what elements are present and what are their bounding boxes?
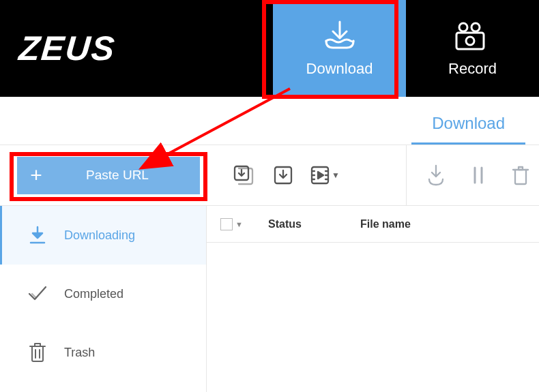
toolbar-icons-right: [406, 145, 539, 205]
toolbar: + Paste URL ▼: [0, 145, 539, 206]
paste-url-label: Paste URL: [55, 168, 200, 183]
subheader: Download: [0, 97, 539, 145]
select-all-checkbox[interactable]: [220, 218, 233, 230]
download-arrow-icon: [27, 225, 48, 245]
chevron-down-icon[interactable]: ▼: [235, 220, 243, 228]
sidebar-item-label: Completed: [64, 287, 123, 301]
sidebar-item-trash[interactable]: Trash: [0, 323, 206, 382]
svg-marker-16: [318, 172, 323, 179]
subtab-download[interactable]: Download: [411, 106, 525, 145]
batch-download-button[interactable]: [231, 162, 257, 188]
sidebar-item-completed[interactable]: Completed: [0, 265, 206, 323]
delete-button[interactable]: [508, 162, 534, 188]
svg-rect-26: [35, 344, 40, 346]
header-tabs: Download Record: [273, 0, 539, 97]
record-icon: [452, 19, 493, 55]
plus-icon: +: [17, 164, 55, 187]
sidebar-item-label: Trash: [64, 346, 95, 360]
resume-button[interactable]: [423, 162, 449, 188]
trash-icon: [27, 342, 48, 363]
app-logo: ZEUS: [17, 29, 117, 68]
svg-point-2: [471, 23, 480, 31]
tab-download[interactable]: Download: [273, 0, 406, 97]
column-filename[interactable]: File name: [360, 218, 539, 230]
pause-button[interactable]: [465, 162, 491, 188]
download-icon: [321, 19, 359, 55]
tab-download-label: Download: [306, 60, 373, 78]
table-header: ▼ Status File name: [207, 206, 539, 243]
select-all-wrap: ▼: [220, 218, 268, 230]
main-panel: ▼ Status File name: [207, 206, 539, 392]
download-single-button[interactable]: [270, 162, 296, 188]
tab-record[interactable]: Record: [406, 0, 539, 97]
tab-record-label: Record: [448, 60, 497, 78]
sidebar-item-downloading[interactable]: Downloading: [0, 206, 206, 265]
convert-button[interactable]: ▼: [310, 162, 340, 188]
toolbar-icons-left: ▼: [231, 145, 340, 205]
sidebar-item-label: Downloading: [64, 228, 135, 243]
svg-rect-21: [519, 167, 523, 170]
column-status[interactable]: Status: [268, 218, 360, 230]
svg-marker-23: [33, 233, 42, 238]
svg-point-1: [459, 23, 467, 31]
chevron-down-icon[interactable]: ▼: [332, 170, 340, 180]
content-area: Downloading Completed Tra: [0, 206, 539, 392]
svg-point-4: [466, 37, 474, 45]
svg-rect-3: [456, 33, 484, 49]
sidebar: Downloading Completed Tra: [0, 206, 207, 392]
check-icon: [27, 284, 48, 304]
app-header: ZEUS Download Reco: [0, 0, 539, 97]
paste-url-button[interactable]: + Paste URL: [17, 157, 200, 194]
